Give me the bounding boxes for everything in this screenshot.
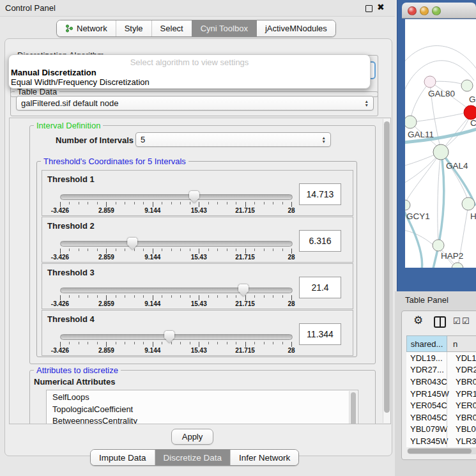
network-window-titlebar[interactable] — [402, 3, 476, 19]
list-item[interactable]: TopologicalCoefficient — [47, 404, 358, 416]
network-graph[interactable]: GAL80 G C GAL11 GAL4 GCY1 H HAP2 — [405, 19, 476, 268]
node-label: GAL80 — [428, 89, 455, 98]
checkbox-icon[interactable]: ☑ — [453, 316, 461, 326]
node[interactable] — [405, 116, 417, 128]
node-label: C — [470, 118, 476, 128]
table-row[interactable]: YDR27...YDR2 — [406, 364, 476, 376]
attributes-group: Attributes to discretize Numerical Attri… — [29, 370, 376, 424]
slider-ticks — [60, 342, 291, 347]
zoom-traffic-light[interactable] — [432, 6, 441, 15]
node[interactable] — [433, 240, 444, 251]
column-header-name[interactable]: n — [447, 335, 476, 352]
node[interactable] — [405, 200, 410, 210]
table-row[interactable]: YBR045CYBR0 — [406, 411, 476, 424]
dropdown-option-manual[interactable]: Manual Discretization — [11, 68, 96, 77]
tab-jactivemnodules[interactable]: jActiveMNodules — [256, 20, 335, 36]
network-icon — [65, 24, 73, 33]
node-gal4[interactable] — [433, 144, 449, 160]
thresholds-group: Threshold's Coordinates for 5 Intervals … — [36, 161, 357, 357]
control-panel-tabbar: Network Style Select Cyni Toolbox jActiv… — [56, 20, 336, 37]
tab-label: Cyni Toolbox — [201, 24, 248, 33]
slider-tick-labels: -3.4262.8599.14415.4321.71528 — [60, 300, 291, 307]
node-selected[interactable] — [464, 105, 476, 119]
group-title: Threshold's Coordinates for 5 Intervals — [41, 157, 188, 166]
threshold-4-slider[interactable] — [60, 334, 293, 340]
node[interactable] — [461, 80, 473, 91]
close-traffic-light[interactable] — [408, 6, 417, 15]
dropdown-hint: Select algorithm to view settings — [9, 58, 370, 67]
node[interactable] — [424, 76, 436, 88]
table-row[interactable]: YLR345WYLR3 — [406, 435, 476, 447]
table-row[interactable]: YBR043CYBR0 — [406, 376, 476, 388]
tab-network[interactable]: Network — [57, 20, 116, 36]
tab-label: Network — [77, 24, 107, 33]
threshold-2-row: Threshold 2 -3.4262.8599.14415.4321.7152… — [42, 217, 353, 263]
tab-impute-data[interactable]: Impute Data — [91, 450, 155, 465]
tab-discretize-data[interactable]: Discretize Data — [155, 450, 231, 465]
table-row[interactable]: YPR145WYPR1 — [406, 388, 476, 400]
threshold-3-value-field[interactable] — [299, 277, 341, 298]
list-item[interactable]: BetweennessCentrality — [47, 415, 358, 424]
table-row[interactable]: YDL19...YDL1 — [406, 352, 476, 364]
node-label: HAP2 — [441, 251, 463, 261]
threshold-3-row: Threshold 3 -3.4262.8599.14415.4321.7152… — [42, 263, 353, 309]
threshold-4-value-field[interactable] — [299, 323, 341, 345]
gear-icon[interactable]: ⚙ — [413, 314, 423, 327]
threshold-1-slider[interactable] — [60, 194, 293, 200]
node-label: H — [470, 211, 476, 221]
checkbox-icon[interactable]: ☑ — [462, 316, 470, 326]
tab-infer-network[interactable]: Infer Network — [230, 450, 298, 465]
threshold-2-slider[interactable] — [60, 241, 293, 247]
close-icon[interactable]: ✖ — [377, 2, 385, 12]
table-row[interactable]: YBL079WYBL0 — [406, 424, 476, 436]
tab-label: Select — [160, 24, 183, 33]
apply-button[interactable]: Apply — [171, 429, 213, 445]
threshold-label: Threshold 2 — [47, 221, 95, 231]
tab-cyni-toolbox[interactable]: Cyni Toolbox — [192, 20, 256, 36]
tab-select[interactable]: Select — [151, 20, 192, 36]
node-label: GAL4 — [446, 161, 468, 171]
node[interactable] — [462, 197, 475, 210]
table-header-row: shared... n — [406, 335, 476, 352]
number-of-intervals-combobox[interactable]: 5 ▲▼ — [135, 132, 331, 147]
slider-ticks — [60, 249, 291, 254]
group-title: Interval Definition — [34, 121, 103, 130]
dropdown-option-equal-width[interactable]: Equal Width/Frequency Discretization — [11, 77, 150, 87]
stepper-icon: ▲▼ — [318, 136, 326, 143]
threshold-4-row: Threshold 4 -3.4262.8599.14415.4321.7152… — [42, 310, 353, 356]
node-table: ⚙ ☑ ☑ shared... n YDL19...YDL1YDR27...YD… — [401, 311, 476, 460]
settings-scroll-viewport: Interval Definition Number of Intervals … — [9, 118, 391, 424]
interval-definition-group: Interval Definition Number of Intervals … — [29, 125, 376, 364]
minimize-traffic-light[interactable] — [420, 6, 429, 15]
numerical-attributes-list[interactable]: SelfLoopsTopologicalCoefficientBetweenne… — [46, 390, 358, 424]
tab-style[interactable]: Style — [116, 20, 151, 36]
numerical-attributes-label: Numerical Attributes — [34, 377, 115, 387]
panel-title: Control Panel — [5, 3, 56, 13]
table-rows: YDL19...YDL1YDR27...YDR2YBR043CYBR0YPR14… — [406, 352, 476, 447]
threshold-3-slider[interactable] — [60, 288, 293, 293]
tab-label: Style — [125, 24, 143, 33]
column-divider — [447, 352, 447, 447]
threshold-label: Threshold 4 — [47, 314, 95, 324]
number-of-intervals-label: Number of Intervals — [56, 135, 134, 145]
slider-ticks — [60, 202, 291, 207]
table-horizontal-scrollbar[interactable] — [407, 448, 476, 454]
table-panel-title: Table Panel — [405, 295, 449, 305]
column-header-shared-name[interactable]: shared... — [406, 335, 447, 352]
threshold-label: Threshold 3 — [47, 268, 95, 277]
threshold-label: Threshold 1 — [47, 174, 95, 184]
float-window-icon[interactable] — [365, 5, 372, 12]
node-label: GCY1 — [406, 211, 430, 221]
slider-tick-labels: -3.4262.8599.14415.4321.71528 — [60, 347, 291, 354]
table-data-combobox[interactable]: galFiltered.sif default node ▲▼ — [16, 96, 374, 111]
settings-scrollbar[interactable] — [383, 119, 390, 423]
list-item[interactable]: SelfLoops — [47, 392, 358, 404]
network-view-canvas[interactable]: GAL80 G C GAL11 GAL4 GCY1 H HAP2 — [405, 19, 476, 268]
column-layout-icon[interactable] — [434, 316, 446, 328]
table-row[interactable]: YER054CYER0 — [406, 399, 476, 411]
list-scrollbar[interactable] — [349, 391, 357, 424]
node-label: GAL11 — [408, 130, 434, 139]
cyni-mode-tabbar: Impute Data Discretize Data Infer Networ… — [90, 449, 299, 466]
threshold-2-value-field[interactable] — [299, 230, 341, 252]
threshold-1-value-field[interactable] — [299, 183, 341, 205]
